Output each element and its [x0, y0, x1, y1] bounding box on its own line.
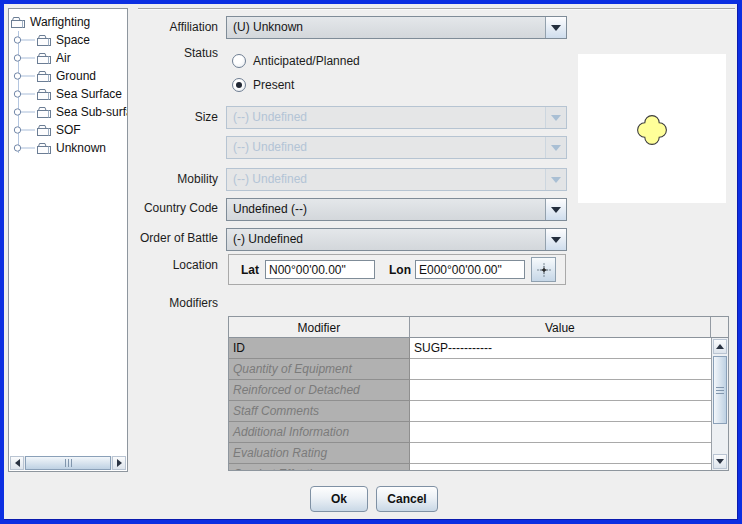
order-of-battle-value: (-) Undefined — [227, 229, 545, 250]
tree-node-label: Air — [56, 51, 71, 65]
country-code-value: Undefined (--) — [227, 199, 545, 220]
modifier-cell: Combat Effectiveness — [229, 464, 410, 471]
chevron-down-icon — [551, 237, 561, 243]
table-body: ID SUGP----------- Quantity of Equipment… — [229, 338, 713, 471]
mobility-label: Mobility — [84, 172, 218, 186]
size-value-2: (--) Undefined — [227, 137, 545, 158]
longitude-input[interactable] — [415, 260, 525, 279]
tree-expand-icon[interactable] — [12, 53, 36, 63]
value-cell[interactable] — [410, 359, 713, 380]
modifier-cell: Reinforced or Detached — [229, 380, 410, 401]
dropdown-arrow-button — [545, 169, 566, 190]
pick-location-button[interactable] — [531, 257, 556, 282]
unknown-symbol-icon — [634, 112, 670, 148]
lat-label: Lat — [241, 263, 259, 277]
size-value-1: (--) Undefined — [227, 107, 545, 128]
modifier-cell: Staff Comments — [229, 401, 410, 422]
tree-node-sea-surface[interactable]: Sea Surface — [12, 85, 128, 103]
tree-horizontal-scrollbar[interactable] — [10, 456, 126, 470]
value-cell[interactable] — [410, 443, 713, 464]
radio-label: Present — [253, 78, 294, 92]
ok-button[interactable]: Ok — [310, 486, 368, 512]
column-header-modifier[interactable]: Modifier — [229, 317, 410, 338]
value-cell[interactable] — [410, 422, 713, 443]
tree-expand-icon[interactable] — [12, 89, 36, 99]
arrow-up-icon — [716, 344, 724, 349]
vertical-scrollbar-thumb[interactable] — [713, 356, 727, 424]
scroll-left-button[interactable] — [10, 456, 24, 470]
latitude-input[interactable] — [265, 260, 375, 279]
value-cell[interactable]: SUGP----------- — [410, 338, 713, 359]
folder-icon — [36, 52, 52, 65]
folder-icon — [36, 106, 52, 119]
location-label: Location — [84, 258, 218, 272]
tree-expand-icon[interactable] — [12, 71, 36, 81]
folder-icon — [36, 70, 52, 83]
value-cell[interactable] — [410, 464, 713, 471]
country-code-combobox[interactable]: Undefined (--) — [226, 198, 567, 221]
size-combobox-1: (--) Undefined — [226, 106, 567, 129]
scrollbar-corner — [711, 317, 728, 338]
radio-label: Anticipated/Planned — [253, 54, 360, 68]
tree-node-label: Unknown — [56, 141, 106, 155]
dropdown-arrow-button — [545, 137, 566, 158]
folder-icon — [36, 34, 52, 47]
arrow-left-icon — [15, 459, 20, 467]
value-cell[interactable] — [410, 401, 713, 422]
folder-icon — [36, 142, 52, 155]
chevron-down-icon — [551, 25, 561, 31]
column-header-value[interactable]: Value — [410, 317, 711, 338]
thumb-grip-icon — [716, 390, 724, 391]
tree-expand-icon[interactable] — [12, 125, 36, 135]
table-row-evaluation-rating: Evaluation Rating — [229, 443, 713, 464]
scroll-right-button[interactable] — [112, 456, 126, 470]
modifier-cell: Additional Information — [229, 422, 410, 443]
order-of-battle-combobox[interactable]: (-) Undefined — [226, 228, 567, 251]
table-row-quantity: Quantity of Equipment — [229, 359, 713, 380]
panel-top-divider — [138, 8, 735, 10]
radio-selected-icon[interactable] — [232, 78, 246, 92]
value-cell[interactable] — [410, 380, 713, 401]
status-label: Status — [84, 46, 218, 60]
tree-node-label: Sea Surface — [56, 87, 122, 101]
dropdown-arrow-button[interactable] — [545, 229, 566, 250]
symbol-editor-dialog: Warfighting Space Air Ground Sea Surface… — [0, 0, 742, 524]
arrow-down-icon — [716, 459, 724, 464]
tree-node-label: Space — [56, 33, 90, 47]
size-label: Size — [84, 110, 218, 124]
table-row-staff-comments: Staff Comments — [229, 401, 713, 422]
status-option-present[interactable]: Present — [232, 77, 294, 93]
dropdown-arrow-button[interactable] — [545, 199, 566, 220]
tree-node-label: SOF — [56, 123, 81, 137]
dropdown-arrow-button[interactable] — [545, 17, 566, 38]
affiliation-combobox[interactable]: (U) Unknown — [226, 16, 567, 39]
symbol-preview-panel — [578, 54, 726, 203]
scroll-down-button[interactable] — [713, 454, 727, 469]
affiliation-value: (U) Unknown — [227, 17, 545, 38]
tree-expand-icon[interactable] — [12, 107, 36, 117]
table-row-combat-effectiveness: Combat Effectiveness — [229, 464, 713, 471]
cancel-button[interactable]: Cancel — [376, 486, 438, 512]
modifier-cell: ID — [229, 338, 410, 359]
radio-unselected-icon[interactable] — [232, 54, 246, 68]
tree-node-ground[interactable]: Ground — [12, 67, 128, 85]
thumb-grip-icon — [68, 459, 69, 467]
tree-expand-icon[interactable] — [12, 143, 36, 153]
chevron-down-icon — [551, 177, 561, 183]
tree-node-label: Ground — [56, 69, 96, 83]
table-vertical-scrollbar[interactable] — [711, 338, 728, 470]
size-combobox-2: (--) Undefined — [226, 136, 567, 159]
country-code-label: Country Code — [84, 201, 218, 215]
status-option-anticipated[interactable]: Anticipated/Planned — [232, 53, 360, 69]
location-panel: Lat Lon — [228, 254, 566, 285]
tree-node-unknown[interactable]: Unknown — [12, 139, 128, 157]
affiliation-label: Affiliation — [84, 20, 218, 34]
scroll-up-button[interactable] — [713, 339, 727, 354]
modifiers-table: Modifier Value ID SUGP----------- Quanti… — [228, 316, 729, 471]
table-row-additional-info: Additional Information — [229, 422, 713, 443]
modifiers-label: Modifiers — [84, 296, 218, 310]
horizontal-scrollbar-thumb[interactable] — [25, 456, 111, 470]
table-row-reinforced: Reinforced or Detached — [229, 380, 713, 401]
tree-expand-icon[interactable] — [12, 35, 36, 45]
table-header: Modifier Value — [229, 317, 728, 338]
